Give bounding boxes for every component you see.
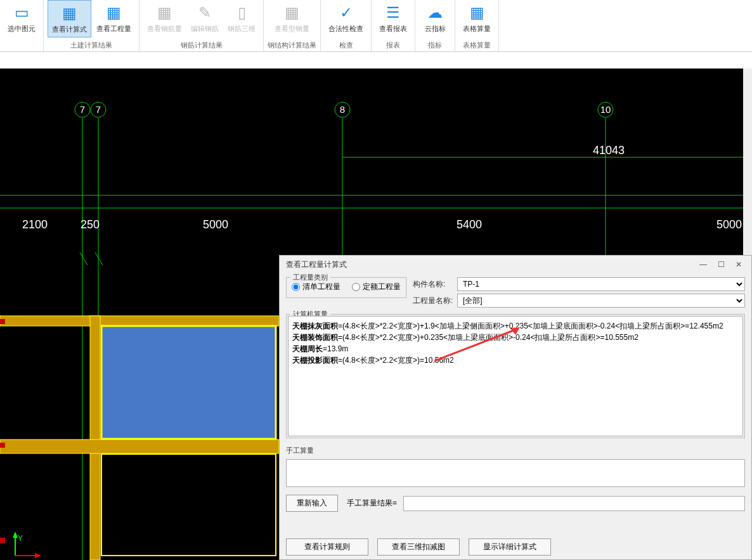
report-icon: ☰ [383, 3, 403, 23]
manual-result-box[interactable] [403, 496, 745, 511]
btn-view-formula[interactable]: ▦ 查看计算式 [48, 0, 91, 37]
btn-select-elem[interactable]: ▭ 选中图元 [4, 0, 39, 36]
legend-text: 工程量类别 [290, 273, 330, 282]
group-label: 表格算量 [463, 39, 491, 51]
calc-icon: ▦ [60, 3, 80, 23]
btn-label: 查看型钢量 [275, 24, 309, 34]
formula-dialog: 查看工程量计算式 — ☐ ✕ 工程量类别 清单工程量 定额工程量 构件名称: T… [279, 255, 752, 560]
group-label: 钢筋计算结果 [181, 39, 223, 51]
ribbon-toolbar: ▭ 选中图元 ▦ 查看计算式 ▦ 查看工程量 土建计算结果 ▦ 查看钢筋量 [0, 0, 752, 52]
btn-edit-rebar[interactable]: ✎ 编辑钢筋 [187, 0, 223, 36]
svg-rect-15 [0, 440, 279, 453]
check-icon: ✓ [336, 3, 356, 23]
btn-view-rule[interactable]: 查看计算规则 [286, 538, 368, 556]
btn-show-detail[interactable]: 显示详细计算式 [469, 538, 551, 556]
cursor-icon: ▭ [11, 3, 32, 23]
axis-label-7a: 7 [80, 104, 85, 115]
group-steel-result: ▦ 查看型钢量 钢结构计算结果 [264, 0, 321, 51]
steel-icon: ▦ [282, 3, 302, 23]
dim-250: 250 [81, 218, 100, 231]
dim-41043: 41043 [593, 144, 625, 157]
group-label: 土建计算结果 [70, 39, 112, 51]
dialog-titlebar[interactable]: 查看工程量计算式 — ☐ ✕ [280, 256, 751, 273]
svg-marker-25 [35, 553, 41, 558]
dim-5000a: 5000 [203, 218, 228, 231]
btn-reinput[interactable]: 重新输入 [286, 495, 338, 512]
btn-label: 表格算量 [463, 24, 491, 34]
label-component-name: 构件名称: [413, 279, 457, 290]
group-civil-result: ▦ 查看计算式 ▦ 查看工程量 土建计算结果 [44, 0, 139, 51]
manual-input-box[interactable] [286, 459, 745, 487]
computer-calc-fieldset: 计算机算量 天棚抹灰面积=(4.8<长度>*2.2<宽度>)+1.9<加墙上梁侧… [286, 314, 745, 438]
pencil-icon: ✎ [195, 3, 215, 23]
group-index: ☁ 云指标 指标 [415, 0, 455, 51]
dim-5000b: 5000 [716, 218, 742, 231]
btn-label: 选中图元 [8, 24, 36, 34]
cloud-icon: ☁ [425, 3, 445, 23]
btn-view-rebar-qty[interactable]: ▦ 查看钢筋量 [143, 0, 186, 36]
dim-5400: 5400 [457, 218, 482, 231]
svg-line-11 [80, 252, 88, 265]
btn-label: 查看计算式 [52, 25, 87, 34]
radio-list-qty[interactable]: 清单工程量 [292, 282, 340, 292]
axis-label-8: 8 [340, 104, 345, 115]
group-table-calc: ▦ 表格算量 表格算量 [455, 0, 499, 51]
axis-label-7b: 7 [96, 104, 101, 115]
dim-2100: 2100 [22, 218, 48, 231]
select-component[interactable]: TP-1 [457, 277, 745, 291]
btn-label: 云指标 [425, 24, 446, 34]
btn-label: 编辑钢筋 [191, 24, 219, 34]
manual-result-label: 手工算量结果= [347, 498, 397, 509]
btn-view-report[interactable]: ☰ 查看报表 [375, 0, 411, 36]
btn-view-qty[interactable]: ▦ 查看工程量 [93, 0, 135, 37]
group-label: 指标 [428, 39, 442, 51]
btn-rebar-3d[interactable]: ▯ 钢筋三维 [224, 0, 259, 36]
qty-category-fieldset: 工程量类别 清单工程量 定额工程量 [286, 277, 406, 298]
radio-input[interactable] [352, 283, 360, 291]
select-qty-name[interactable]: [全部] [457, 294, 745, 308]
svg-rect-18 [0, 319, 5, 324]
svg-rect-13 [0, 316, 279, 326]
btn-label: 查看报表 [379, 24, 407, 34]
grid-icon: ▦ [104, 3, 124, 23]
cube-icon: ▯ [231, 3, 252, 23]
calc-text-box[interactable]: 天棚抹灰面积=(4.8<长度>*2.2<宽度>)+1.9<加墙上梁侧面面积>+0… [288, 316, 743, 436]
group-select: ▭ 选中图元 [0, 0, 44, 51]
svg-line-12 [95, 252, 103, 265]
btn-label: 查看钢筋量 [147, 24, 182, 34]
close-button[interactable]: ✕ [732, 258, 745, 271]
axis-label-10: 10 [600, 104, 611, 115]
svg-rect-19 [0, 443, 5, 448]
btn-label: 合法性检查 [328, 24, 363, 34]
svg-rect-16 [101, 326, 276, 439]
btn-cloud-index[interactable]: ☁ 云指标 [419, 0, 451, 36]
manual-legend: 手工算量 [286, 446, 745, 455]
rebar-icon: ▦ [155, 3, 175, 23]
svg-rect-14 [90, 316, 100, 560]
group-report: ☰ 查看报表 报表 [372, 0, 415, 51]
svg-marker-22 [13, 531, 18, 538]
group-label: 报表 [386, 39, 400, 51]
group-rebar-result: ▦ 查看钢筋量 ✎ 编辑钢筋 ▯ 钢筋三维 钢筋计算结果 [139, 0, 264, 51]
minimize-button[interactable]: — [697, 258, 710, 271]
label-qty-name: 工程量名称: [413, 296, 457, 306]
radio-quota-qty[interactable]: 定额工程量 [352, 282, 401, 292]
table-icon: ▦ [467, 3, 487, 23]
btn-table-calc[interactable]: ▦ 表格算量 [459, 0, 495, 36]
btn-legality-check[interactable]: ✓ 合法性检查 [325, 0, 367, 36]
group-label: 检查 [339, 39, 353, 51]
group-label: 钢结构计算结果 [268, 39, 316, 51]
svg-text:Y: Y [18, 534, 23, 543]
btn-view-3d[interactable]: 查看三维扣减图 [377, 538, 460, 556]
maximize-button[interactable]: ☐ [715, 258, 727, 271]
group-check: ✓ 合法性检查 检查 [321, 0, 372, 51]
btn-label: 钢筋三维 [228, 24, 256, 34]
svg-rect-20 [0, 538, 5, 543]
radio-input[interactable] [292, 283, 300, 291]
dialog-title-text: 查看工程量计算式 [286, 259, 697, 270]
btn-view-steel[interactable]: ▦ 查看型钢量 [271, 0, 313, 36]
btn-label: 查看工程量 [96, 24, 131, 34]
svg-rect-17 [101, 454, 276, 556]
